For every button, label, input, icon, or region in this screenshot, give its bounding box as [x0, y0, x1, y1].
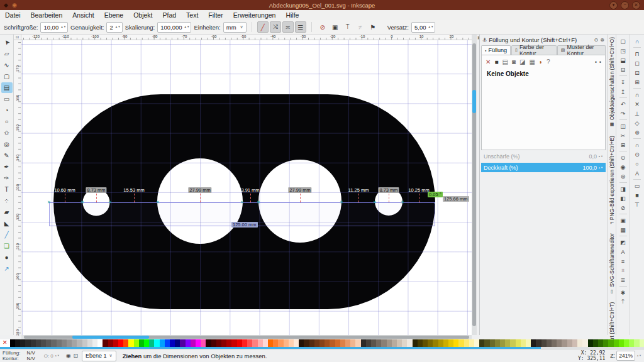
horizontal-ruler[interactable]: -120-110-100-90-80-70-60-50-40-30-20-100…	[21, 35, 472, 40]
snap-rotation-center-icon[interactable]: ○	[632, 159, 642, 168]
palette-swatch[interactable]	[448, 339, 453, 347]
palette-swatch[interactable]	[231, 339, 236, 347]
palette-swatch[interactable]	[278, 339, 283, 347]
snap-path-intersection-icon[interactable]: ✕	[632, 99, 642, 109]
palette-swatch[interactable]	[407, 339, 412, 347]
snap-bbox-edges-icon[interactable]: ◻	[632, 58, 642, 68]
palette-swatch[interactable]	[144, 339, 149, 347]
drawing-shape[interactable]	[21, 40, 472, 335]
palette-swatch[interactable]	[345, 339, 350, 347]
units-dropdown[interactable]: mm∨	[223, 22, 247, 33]
to-phantom-button[interactable]: ▣	[330, 21, 341, 33]
palette-swatch[interactable]	[289, 339, 294, 347]
font-size-spinner[interactable]: 10,00▲▼	[40, 22, 68, 33]
zoom-page-icon[interactable]: ⊚	[618, 172, 628, 181]
palette-swatch[interactable]	[479, 339, 484, 347]
star-tool[interactable]: ✩	[1, 128, 13, 138]
zoom-tool[interactable]: ▢	[1, 71, 13, 82]
palette-swatch[interactable]	[552, 339, 557, 347]
palette-swatch[interactable]	[46, 339, 51, 347]
palette-swatch[interactable]	[206, 339, 211, 347]
palette-swatch[interactable]	[608, 339, 613, 347]
palette-swatch[interactable]	[361, 339, 366, 347]
layer-lock-icon[interactable]: ⊡	[74, 353, 79, 359]
menu-pfad[interactable]: Pfad	[157, 10, 181, 20]
palette-swatch[interactable]	[160, 339, 165, 347]
palette-swatch[interactable]	[469, 339, 474, 347]
palette-swatch[interactable]	[577, 339, 582, 347]
palette-swatch[interactable]	[474, 339, 479, 347]
rectangle-tool[interactable]: ▭	[1, 94, 13, 104]
palette-swatch[interactable]	[634, 339, 639, 347]
panel-header[interactable]: ⚓ Füllung und Kontur (Shift+Ctrl+F) ⊙⊗	[480, 35, 607, 45]
title-bar[interactable]: ◆ ◉ Abdeckung005_Oel_001.svg - Inkscape …	[0, 0, 644, 10]
ungroup-icon[interactable]: ▦	[618, 225, 628, 234]
palette-swatch[interactable]	[304, 339, 309, 347]
palette-swatch[interactable]	[252, 339, 257, 347]
palette-swatch[interactable]	[490, 339, 495, 347]
vscroll-view-indicator[interactable]	[472, 90, 476, 113]
dock-tab-png-export[interactable]: ⤓PNG-Bild exportieren (Shift+Ctrl+E)	[609, 136, 615, 224]
palette-swatch[interactable]	[314, 339, 319, 347]
vertical-ruler[interactable]: 370360350340330320310300290280	[14, 40, 21, 335]
ellipse-tool[interactable]: ○	[1, 116, 13, 127]
palette-swatch[interactable]	[458, 339, 464, 347]
palette-swatch[interactable]	[340, 339, 345, 347]
copy-icon[interactable]: ◫	[618, 121, 628, 131]
palette-swatch[interactable]	[51, 339, 56, 347]
palette-swatch[interactable]	[521, 339, 526, 347]
palette-swatch[interactable]	[484, 339, 489, 347]
snap-object-centers-icon[interactable]: ⊙	[632, 150, 642, 159]
snap-nodes-icon[interactable]: ∩	[632, 90, 642, 99]
measure-line-toggle[interactable]: ╱	[257, 21, 269, 33]
vscroll-thumb[interactable]	[472, 43, 476, 326]
dialog-xml-icon[interactable]: ⌗	[618, 266, 628, 275]
palette-swatch[interactable]	[128, 339, 133, 347]
palette-swatch[interactable]	[629, 339, 634, 347]
linear-gradient-icon[interactable]: ▤	[502, 58, 508, 65]
paste-icon[interactable]: ⊞	[618, 140, 628, 150]
palette-swatch[interactable]	[191, 339, 196, 347]
horizontal-scrollbar[interactable]	[21, 335, 472, 339]
palette-swatch[interactable]	[211, 339, 216, 347]
flat-color-icon[interactable]: ■	[494, 58, 498, 65]
palette-swatch[interactable]	[134, 339, 139, 347]
dropper-tool[interactable]: ╱	[1, 229, 13, 240]
zoom-control[interactable]: Z: 241% ▲▼	[610, 351, 641, 361]
snap-midpoints-icon[interactable]: ⊕	[632, 128, 642, 137]
palette-swatch[interactable]	[536, 339, 541, 347]
palette-swatch[interactable]	[464, 339, 469, 347]
palette-swatch[interactable]	[433, 339, 438, 347]
tab-muster-der-kontur[interactable]: ▨Muster der Kontur	[557, 45, 606, 55]
palette-swatch[interactable]	[15, 339, 20, 347]
palette-swatch[interactable]	[567, 339, 572, 347]
palette-swatch[interactable]	[330, 339, 335, 347]
pencil-tool[interactable]: ✎	[1, 150, 13, 161]
palette-swatch[interactable]	[557, 339, 562, 347]
blur-control[interactable]: Unschärfe (%) 0,0▲▼	[481, 151, 606, 162]
palette-swatch[interactable]	[624, 339, 629, 347]
palette-swatch[interactable]	[201, 339, 206, 347]
palette-swatch[interactable]	[196, 339, 201, 347]
fill-rule-nonzero-icon[interactable]: ▪	[599, 59, 601, 65]
spinner-arrows-icon[interactable]: ▲▼	[598, 155, 603, 158]
palette-swatch[interactable]	[366, 339, 371, 347]
palette-swatch[interactable]	[175, 339, 180, 347]
palette-swatch[interactable]	[25, 339, 30, 347]
palette-swatch[interactable]	[500, 339, 505, 347]
palette-swatch[interactable]	[41, 339, 46, 347]
duplicate-icon[interactable]: ◨	[618, 184, 628, 194]
menu-ebene[interactable]: Ebene	[99, 10, 128, 20]
palette-swatch[interactable]	[258, 339, 263, 347]
zoom-drawing-icon[interactable]: ◉	[618, 162, 628, 172]
offset-spinner[interactable]: 5,00▲▼	[411, 22, 435, 33]
palette-swatch[interactable]	[57, 339, 62, 347]
dialog-fill-stroke-icon[interactable]: ◩	[618, 238, 628, 247]
undo-icon[interactable]: ↶	[618, 99, 628, 109]
palette-swatch[interactable]	[350, 339, 355, 347]
unknown-paint-icon[interactable]: ?	[547, 58, 550, 65]
palette-swatch[interactable]	[582, 339, 587, 347]
zoom-selection-icon[interactable]: ⊙	[618, 153, 628, 162]
gradient-tool[interactable]: ❏	[1, 241, 13, 251]
import-icon[interactable]: ↧	[618, 77, 628, 87]
